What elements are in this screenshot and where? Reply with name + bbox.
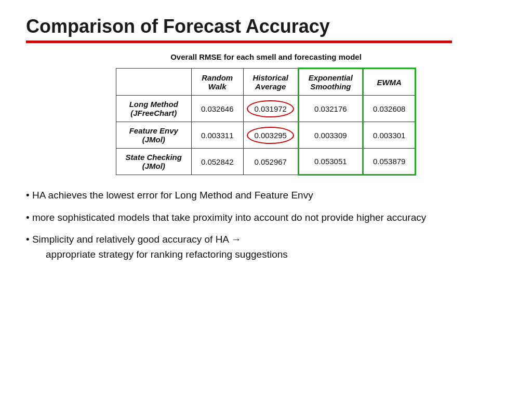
bullet-subtext-3: appropriate strategy for ranking refacto… — [26, 249, 288, 260]
row-header-0: Long Method(JFreeChart) — [116, 96, 191, 122]
bullet-text-3: Simplicity and relatively good accuracy … — [32, 234, 241, 245]
cell-ewma-2: 0.053879 — [363, 149, 416, 175]
bullet-dot-3: • — [26, 234, 32, 245]
cell-random-walk-2: 0.052842 — [191, 149, 243, 175]
accuracy-table-wrapper: RandomWalk HistoricalAverage Exponential… — [26, 68, 506, 176]
cell-ha-1: 0.003295 — [243, 122, 298, 149]
cell-exp-smoothing-1: 0.003309 — [298, 122, 363, 149]
bullet-text-1: HA achieves the lowest error for Long Me… — [32, 190, 313, 201]
cell-exp-smoothing-0: 0.032176 — [298, 96, 363, 122]
bullet-text-2: more sophisticated models that take prox… — [32, 212, 426, 223]
page-title: Comparison of Forecast Accuracy — [26, 16, 506, 37]
cell-random-walk-0: 0.032646 — [191, 96, 243, 122]
cell-ha-2: 0.052967 — [243, 149, 298, 175]
bullet-item-2: • more sophisticated models that take pr… — [26, 210, 506, 225]
col-header-historical-avg: HistoricalAverage — [243, 69, 298, 96]
bullet-section: • HA achieves the lowest error for Long … — [26, 188, 506, 262]
bullet-item-3: • Simplicity and relatively good accurac… — [26, 232, 506, 262]
red-divider — [26, 41, 452, 43]
row-header-1: Feature Envy(JMol) — [116, 122, 191, 149]
cell-random-walk-1: 0.003311 — [191, 122, 243, 149]
table-subtitle: Overall RMSE for each smell and forecast… — [26, 52, 506, 61]
col-header-exp-smoothing: ExponentialSmoothing — [298, 69, 363, 96]
cell-ewma-1: 0.003301 — [363, 122, 416, 149]
row-header-2: State Checking(JMol) — [116, 149, 191, 175]
cell-ewma-0: 0.032608 — [363, 96, 416, 122]
accuracy-table: RandomWalk HistoricalAverage Exponential… — [116, 68, 417, 176]
bullet-dot-2: • — [26, 212, 32, 223]
col-header-ewma: EWMA — [363, 69, 416, 96]
bullet-item-1: • HA achieves the lowest error for Long … — [26, 188, 506, 203]
cell-exp-smoothing-2: 0.053051 — [298, 149, 363, 175]
bullet-dot-1: • — [26, 190, 32, 201]
col-header-random-walk: RandomWalk — [191, 69, 243, 96]
col-header-empty — [116, 69, 191, 96]
cell-ha-0: 0.031972 — [243, 96, 298, 122]
